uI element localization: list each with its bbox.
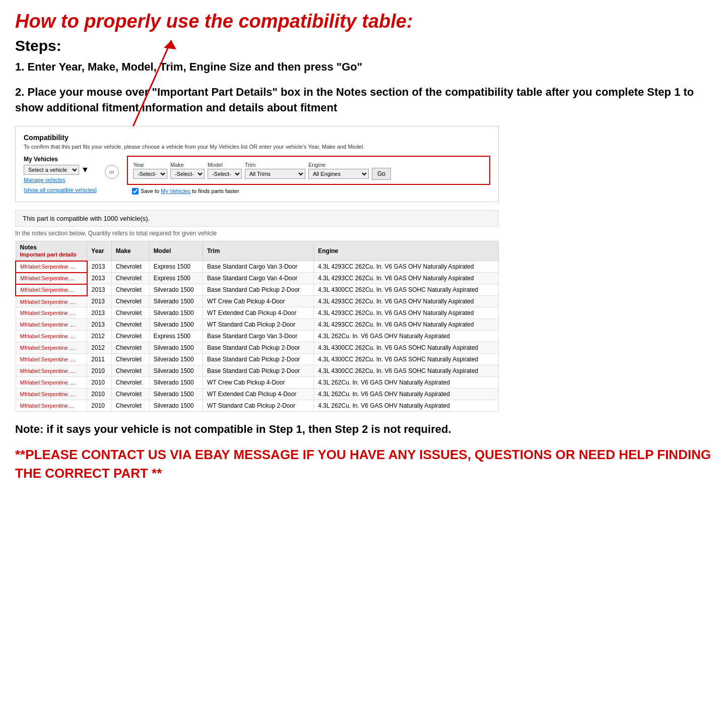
make-cell: Chevrolet: [111, 261, 149, 273]
trim-cell: Base Standard Cargo Van 3-Door: [203, 261, 313, 273]
or-circle: or: [105, 165, 119, 179]
year-select[interactable]: -Select-: [133, 169, 167, 179]
engine-cell: 4.3L 4293CC 262Cu. In. V6 GAS OHV Natura…: [314, 296, 499, 307]
table-row: Mfrlabel:Serpentine....2013ChevroletSilv…: [16, 284, 499, 296]
make-cell: Chevrolet: [111, 400, 149, 412]
table-row: Mfrlabel:Serpentine ....2011ChevroletSil…: [16, 354, 499, 365]
notes-cell: Mfrlabel:Serpentine ....: [16, 342, 87, 354]
table-row: Mfrlabel:Serpentine ....2010ChevroletSil…: [16, 365, 499, 377]
year-cell: 2010: [87, 389, 111, 400]
table-row: Mfrlabel:Serpentine ....2012ChevroletSil…: [16, 342, 499, 354]
show-all-compatible-link[interactable]: [show all compatible vehicles]: [24, 187, 97, 193]
go-button[interactable]: Go: [372, 168, 391, 180]
trim-cell: Base Standard Cab Pickup 2-Door: [203, 284, 313, 296]
year-cell: 2011: [87, 354, 111, 365]
notes-cell: Mfrlabel:Serpentine ....: [16, 261, 87, 273]
compat-title: Compatibility: [24, 134, 490, 142]
make-cell: Chevrolet: [111, 319, 149, 331]
notes-cell: Mfrlabel:Serpentine ....: [16, 389, 87, 400]
trim-cell: WT Extended Cab Pickup 4-Door: [203, 389, 313, 400]
year-cell: 2010: [87, 377, 111, 389]
model-cell: Express 1500: [149, 273, 203, 284]
make-label: Make: [170, 162, 205, 168]
model-label: Model: [208, 162, 242, 168]
notes-cell: Mfrlabel:Serpentine ....: [16, 307, 87, 319]
engine-field-group: Engine All Engines: [308, 162, 369, 179]
trim-field-group: Trim All Trims: [245, 162, 305, 179]
notes-cell: Mfrlabel:Serpentine ....: [16, 354, 87, 365]
diagram-wrapper: Compatibility To confirm that this part …: [15, 126, 499, 412]
make-cell: Chevrolet: [111, 307, 149, 319]
make-cell: Chevrolet: [111, 331, 149, 342]
year-cell: 2013: [87, 296, 111, 307]
trim-cell: WT Crew Cab Pickup 4-Door: [203, 377, 313, 389]
step1-text: 1. Enter Year, Make, Model, Trim, Engine…: [15, 59, 713, 75]
engine-select[interactable]: All Engines: [308, 169, 369, 179]
table-row: Mfrlabel:Serpentine ....2013ChevroletExp…: [16, 261, 499, 273]
step2-text: 2. Place your mouse over "Important Part…: [15, 85, 713, 116]
save-label-text: Save to My Vehicles to finds parts faste…: [141, 188, 239, 194]
model-cell: Silverado 1500: [149, 307, 203, 319]
trim-cell: Base Standard Cab Pickup 2-Door: [203, 354, 313, 365]
notes-cell: Mfrlabel:Serpentine....: [16, 400, 87, 412]
year-cell: 2010: [87, 400, 111, 412]
year-make-fields: Year -Select- Make -Select- Mo: [127, 156, 490, 185]
table-row: Mfrlabel:Serpentine....2013ChevroletExpr…: [16, 273, 499, 284]
steps-heading: Steps:: [15, 37, 713, 54]
model-field-group: Model -Select-: [208, 162, 242, 179]
model-cell: Express 1500: [149, 261, 203, 273]
table-row: Mfrlabel:Serpentine ....2012ChevroletExp…: [16, 331, 499, 342]
trim-cell: Base Standard Cargo Van 4-Door: [203, 273, 313, 284]
trim-cell: WT Extended Cab Pickup 4-Door: [203, 307, 313, 319]
engine-cell: 4.3L 262Cu. In. V6 GAS OHV Naturally Asp…: [314, 389, 499, 400]
trim-label: Trim: [245, 162, 305, 168]
year-cell: 2012: [87, 342, 111, 354]
make-cell: Chevrolet: [111, 365, 149, 377]
model-cell: Silverado 1500: [149, 296, 203, 307]
compat-note: In the notes section below, Quantity ref…: [15, 230, 499, 237]
engine-cell: 4.3L 262Cu. In. V6 GAS OHV Naturally Asp…: [314, 331, 499, 342]
compat-row: My Vehicles Select a vehicle ▼ Manage ve…: [24, 156, 490, 195]
compatibility-box: Compatibility To confirm that this part …: [15, 126, 499, 202]
save-checkbox[interactable]: [132, 188, 139, 195]
my-vehicles-section: My Vehicles Select a vehicle ▼ Manage ve…: [24, 156, 97, 193]
engine-label: Engine: [308, 162, 369, 168]
col-notes: Notes Important part details: [16, 241, 87, 261]
table-row: Mfrlabel:Serpentine ....2010ChevroletSil…: [16, 377, 499, 389]
model-cell: Silverado 1500: [149, 389, 203, 400]
model-cell: Silverado 1500: [149, 365, 203, 377]
make-cell: Chevrolet: [111, 342, 149, 354]
model-cell: Silverado 1500: [149, 284, 203, 296]
notes-cell: Mfrlabel:Serpentine ....: [16, 365, 87, 377]
year-cell: 2013: [87, 307, 111, 319]
make-cell: Chevrolet: [111, 273, 149, 284]
engine-cell: 4.3L 4293CC 262Cu. In. V6 GAS OHV Natura…: [314, 319, 499, 331]
engine-cell: 4.3L 4293CC 262Cu. In. V6 GAS OHV Natura…: [314, 273, 499, 284]
my-vehicles-save-link[interactable]: My Vehicles: [161, 188, 190, 194]
make-cell: Chevrolet: [111, 284, 149, 296]
trim-cell: WT Standard Cab Pickup 2-Door: [203, 400, 313, 412]
engine-cell: 4.3L 4300CC 262Cu. In. V6 GAS SOHC Natur…: [314, 284, 499, 296]
manage-vehicles-link[interactable]: Manage vehicles: [24, 177, 97, 183]
compat-info-bar: This part is compatible with 1000 vehicl…: [15, 210, 499, 227]
engine-cell: 4.3L 4300CC 262Cu. In. V6 GAS SOHC Natur…: [314, 342, 499, 354]
notes-cell: Mfrlabel:Serpentine ....: [16, 331, 87, 342]
make-cell: Chevrolet: [111, 389, 149, 400]
table-row: Mfrlabel:Serpentine ....2013ChevroletSil…: [16, 319, 499, 331]
save-checkbox-row: Save to My Vehicles to finds parts faste…: [127, 188, 490, 195]
year-cell: 2013: [87, 284, 111, 296]
trim-select[interactable]: All Trims: [245, 169, 305, 179]
model-select[interactable]: -Select-: [208, 169, 242, 179]
notes-cell: Mfrlabel:Serpentine ....: [16, 319, 87, 331]
make-select[interactable]: -Select-: [170, 169, 205, 179]
compat-subtitle: To confirm that this part fits your vehi…: [24, 144, 490, 150]
dropdown-arrow-icon: ▼: [81, 165, 89, 174]
select-vehicle-dropdown[interactable]: Select a vehicle: [24, 165, 79, 175]
table-row: Mfrlabel:Serpentine ....2013ChevroletSil…: [16, 307, 499, 319]
notes-cell: Mfrlabel:Serpentine....: [16, 284, 87, 296]
make-field-group: Make -Select-: [170, 162, 205, 179]
make-cell: Chevrolet: [111, 377, 149, 389]
engine-cell: 4.3L 4293CC 262Cu. In. V6 GAS OHV Natura…: [314, 307, 499, 319]
col-year: Year: [87, 241, 111, 261]
my-vehicles-label: My Vehicles: [24, 156, 97, 163]
